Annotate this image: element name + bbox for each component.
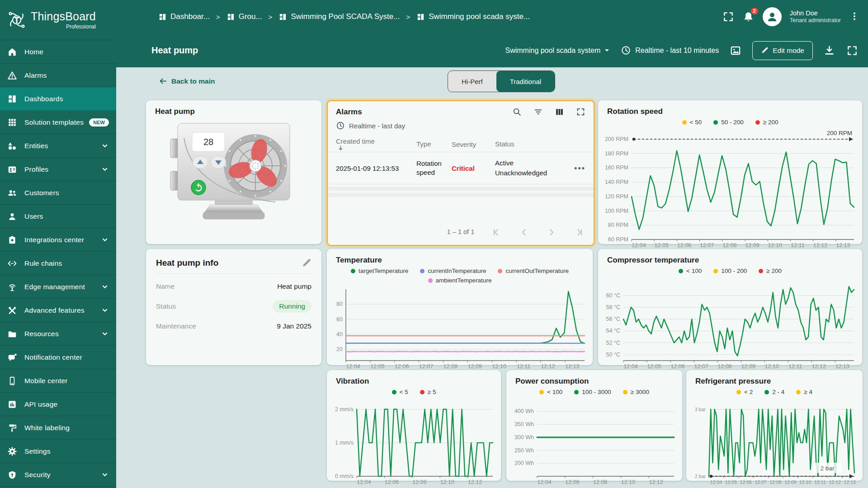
breadcrumb-item-0[interactable]: Dashboar... — [158, 12, 210, 21]
sidebar-item-profiles[interactable]: Profiles — [0, 158, 116, 181]
last-page-icon[interactable] — [574, 227, 585, 238]
sidebar-item-edge-management[interactable]: Edge management — [0, 275, 116, 299]
svg-text:12:09: 12:09 — [468, 363, 482, 370]
back-to-main-link[interactable]: Back to main — [159, 77, 215, 85]
column-severity[interactable]: Severity — [452, 141, 495, 148]
power-consumption-svg: 200 Wh250 Wh300 Wh350 Wh400 Wh12:0412:06… — [508, 397, 679, 487]
sidebar-item-label: Notification center — [24, 353, 82, 361]
legend-dot — [679, 269, 683, 273]
svg-text:3 bar: 3 bar — [695, 407, 706, 412]
columns-icon[interactable] — [555, 107, 564, 117]
filter-icon[interactable] — [533, 107, 543, 117]
legend-item[interactable]: ≥ 5 — [420, 389, 436, 395]
user-role: Tenant administrator — [790, 17, 841, 24]
toggle-hi-perf[interactable]: Hi-Perf — [448, 71, 496, 92]
arrow-left-icon — [159, 77, 167, 85]
thermostat-up-button[interactable] — [193, 156, 208, 169]
alarm-severity: Critical — [452, 164, 495, 172]
breadcrumb-item-1[interactable]: Grou... — [226, 12, 262, 21]
sidebar-item-entities[interactable]: Entities — [0, 134, 116, 158]
legend-item[interactable]: ≥ 200 — [755, 119, 778, 126]
toggle-traditional[interactable]: Traditional — [496, 71, 555, 92]
alarms-widget[interactable]: Alarms Realtime - last day Crea — [327, 100, 594, 246]
legend-dot — [428, 278, 433, 283]
kebab-menu-icon[interactable] — [849, 11, 861, 23]
svg-text:1 mm/s: 1 mm/s — [335, 440, 354, 446]
legend-item[interactable]: 2 - 4 — [764, 389, 784, 395]
heat-pump-widget-title: Heat pump — [146, 100, 321, 118]
legend-item[interactable]: < 2 — [736, 389, 753, 395]
legend-item[interactable]: targetTemperature — [351, 267, 408, 274]
sidebar-item-resources[interactable]: Resources — [0, 322, 116, 346]
sidebar-item-settings[interactable]: Settings — [0, 440, 116, 463]
edit-pencil-icon[interactable] — [302, 258, 311, 268]
entity-select[interactable]: Swimming pool scada system — [505, 47, 610, 55]
legend-item[interactable]: ≥ 3000 — [623, 389, 649, 395]
svg-text:80 RPM: 80 RPM — [608, 222, 628, 228]
edit-mode-label: Edit mode — [773, 47, 804, 55]
legend-item[interactable]: 50 - 200 — [713, 119, 744, 126]
legend-item[interactable]: currentOutTemperature — [498, 267, 569, 274]
legend-item[interactable]: < 50 — [682, 119, 702, 126]
column-status[interactable]: Status — [495, 139, 562, 149]
legend-item[interactable]: < 100 — [539, 389, 562, 395]
sidebar-item-alarms[interactable]: Alarms — [0, 64, 116, 87]
power-button[interactable] — [191, 180, 206, 195]
fullscreen-icon[interactable] — [722, 11, 734, 23]
svg-text:12:08: 12:08 — [718, 363, 732, 370]
sidebar-item-advanced-features[interactable]: Advanced features — [0, 299, 116, 322]
sidebar-item-solution-templates[interactable]: Solution templatesNEW — [0, 111, 116, 134]
legend-item[interactable]: < 5 — [392, 389, 408, 395]
legend-dot — [420, 390, 425, 394]
sidebar-item-customers[interactable]: Customers — [0, 181, 116, 205]
widget-fullscreen-icon[interactable] — [576, 107, 585, 117]
alarm-row-menu-icon[interactable]: ••• — [574, 164, 585, 173]
alarms-timewindow[interactable]: Realtime - last day — [328, 117, 594, 130]
dashboard-fullscreen-icon[interactable] — [846, 45, 858, 56]
sidebar-item-mobile-center[interactable]: Mobile center — [0, 369, 116, 393]
svg-text:12:07: 12:07 — [694, 363, 708, 370]
rotation-speed-legend: < 5050 - 200≥ 200 — [598, 118, 862, 127]
svg-text:12:11: 12:11 — [814, 479, 826, 485]
sidebar-item-label: Alarms — [24, 71, 47, 80]
notifications-bell-icon[interactable]: 2 — [742, 11, 755, 23]
sidebar-item-integrations-center[interactable]: Integrations center — [0, 228, 116, 252]
dashboard-state-title: Heat pump — [151, 45, 198, 56]
svg-text:12:06: 12:06 — [565, 479, 579, 485]
legend-item[interactable]: 100 - 200 — [713, 267, 747, 274]
logo[interactable]: ThingsBoard Professional — [0, 0, 116, 40]
thermostat-down-button[interactable] — [211, 156, 226, 169]
alarm-icon — [7, 70, 17, 80]
sidebar-item-users[interactable]: Users — [0, 205, 116, 228]
legend-item[interactable]: currentInTemperature — [420, 267, 486, 274]
column-created-time[interactable]: Created time — [336, 137, 416, 151]
sidebar-item-security[interactable]: Security — [0, 463, 116, 487]
timewindow-button[interactable]: Realtime - last 10 minutes — [621, 45, 719, 56]
sidebar-item-rule-chains[interactable]: Rule chains — [0, 252, 116, 275]
sidebar-item-home[interactable]: Home — [0, 40, 116, 64]
legend-item[interactable]: ≥ 200 — [759, 267, 782, 274]
prev-page-icon[interactable] — [519, 227, 529, 238]
avatar[interactable] — [763, 7, 782, 26]
sidebar-item-dashboards[interactable]: Dashboards — [0, 87, 116, 111]
legend-item[interactable]: ambientTemperature — [428, 277, 492, 284]
breadcrumb-item-3[interactable]: Swimming pool scada syste... — [416, 12, 530, 21]
edit-mode-button[interactable]: Edit mode — [752, 41, 813, 60]
search-icon[interactable] — [512, 107, 522, 117]
column-type[interactable]: Type — [416, 140, 452, 149]
legend-item[interactable]: < 100 — [679, 267, 702, 274]
breadcrumb-item-2[interactable]: Swimming Pool SCADA Syste... — [278, 12, 400, 21]
image-gallery-icon[interactable] — [730, 45, 741, 56]
svg-text:12:11: 12:11 — [517, 363, 530, 370]
breadcrumb-separator: > — [406, 13, 410, 21]
legend-item[interactable]: ≥ 4 — [796, 389, 812, 395]
first-page-icon[interactable] — [491, 227, 502, 238]
alarm-table-row[interactable]: 2025-01-09 12:13:53 Rotation speed Criti… — [328, 152, 594, 184]
legend-item[interactable]: 100 - 3000 — [574, 389, 611, 395]
sidebar-item-white-labeling[interactable]: White labeling — [0, 416, 116, 440]
sidebar-item-api-usage[interactable]: API usage — [0, 393, 116, 416]
breadcrumb-separator: > — [216, 13, 220, 21]
download-icon[interactable] — [824, 45, 835, 56]
next-page-icon[interactable] — [546, 227, 557, 238]
sidebar-item-notification-center[interactable]: Notification center — [0, 346, 116, 369]
